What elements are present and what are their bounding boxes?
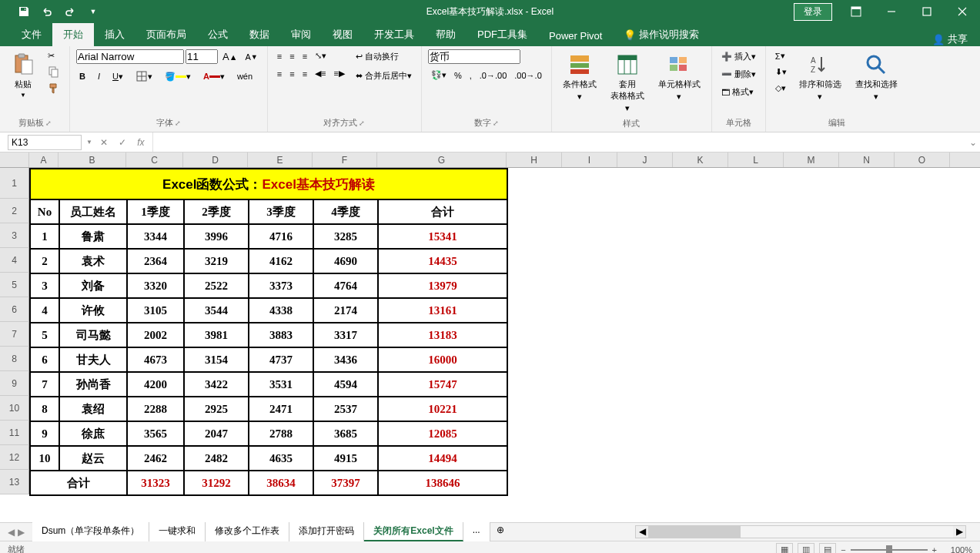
find-select-button[interactable]: 查找和选择▾ <box>851 49 902 105</box>
sheet-tab[interactable]: 修改多个工作表 <box>206 522 289 541</box>
col-header[interactable]: A <box>29 152 59 167</box>
tab-data[interactable]: 数据 <box>239 23 280 46</box>
login-button[interactable]: 登录 <box>794 3 832 21</box>
italic-button[interactable]: I <box>95 70 103 82</box>
row-header[interactable]: 1 <box>0 168 29 199</box>
horizontal-scrollbar[interactable]: ◀ ▶ <box>635 525 966 538</box>
dec-decimal-button[interactable]: .00→.0 <box>511 69 544 82</box>
align-top-button[interactable]: ≡ <box>274 50 285 62</box>
col-header[interactable]: I <box>562 152 617 167</box>
tab-pdf[interactable]: PDF工具集 <box>467 23 538 46</box>
scroll-right-icon[interactable]: ▶ <box>953 526 965 538</box>
qat-customize-icon[interactable]: ▼ <box>83 3 103 20</box>
align-left-button[interactable]: ≡ <box>274 68 285 80</box>
shrink-font-button[interactable]: A▼ <box>242 51 260 63</box>
col-header[interactable]: G <box>377 152 507 167</box>
inc-decimal-button[interactable]: .0→.00 <box>477 69 510 82</box>
col-header[interactable]: K <box>673 152 728 167</box>
col-header[interactable]: L <box>728 152 784 167</box>
conditional-format-button[interactable]: 条件格式▾ <box>558 49 601 105</box>
tab-layout[interactable]: 页面布局 <box>135 23 197 46</box>
row-header[interactable]: 6 <box>0 297 29 322</box>
zoom-slider[interactable] <box>851 549 928 551</box>
format-painter-button[interactable] <box>45 81 63 96</box>
wrap-text-button[interactable]: ↩ 自动换行 <box>353 49 415 64</box>
orientation-button[interactable]: ⤡▾ <box>312 49 329 62</box>
col-header[interactable]: O <box>895 152 950 167</box>
row-header[interactable]: 13 <box>0 470 29 494</box>
normal-view-icon[interactable]: ▦ <box>776 543 793 554</box>
share-button[interactable]: 👤共享 <box>932 32 968 46</box>
row-header[interactable]: 2 <box>0 199 29 223</box>
tab-tell[interactable]: 💡操作说明搜索 <box>613 23 710 46</box>
sheet-tab[interactable]: 一键求和 <box>149 522 206 541</box>
row-header[interactable]: 8 <box>0 347 29 371</box>
formula-expand-icon[interactable]: ⌄ <box>966 137 980 148</box>
copy-button[interactable] <box>45 64 63 79</box>
maximize-icon[interactable] <box>909 0 945 23</box>
indent-dec-button[interactable]: ◀≡ <box>312 67 329 80</box>
tab-pivot[interactable]: Power Pivot <box>538 25 613 46</box>
row-header[interactable]: 12 <box>0 445 29 470</box>
align-right-button[interactable]: ≡ <box>299 68 310 80</box>
ribbon-options-icon[interactable] <box>838 0 874 23</box>
col-header[interactable]: J <box>617 152 673 167</box>
tab-file[interactable]: 文件 <box>11 23 52 46</box>
table-format-button[interactable]: 套用 表格格式▾ <box>606 49 649 116</box>
tab-help[interactable]: 帮助 <box>425 23 467 46</box>
redo-icon[interactable] <box>60 3 80 20</box>
row-header[interactable]: 10 <box>0 396 29 421</box>
insert-cells-button[interactable]: ➕ 插入▾ <box>718 49 759 64</box>
clear-button[interactable]: ◇▾ <box>772 82 790 95</box>
save-icon[interactable] <box>14 3 34 20</box>
number-format-select[interactable] <box>428 49 520 64</box>
page-break-view-icon[interactable]: ▤ <box>819 543 836 554</box>
col-header[interactable]: D <box>183 152 248 167</box>
cells[interactable]: Excel函数公式：Excel基本技巧解读No员工姓名1季度2季度3季度4季度合… <box>29 168 508 496</box>
sheet-tab[interactable]: Dsum（单字段单条件） <box>32 522 149 541</box>
scroll-thumb[interactable] <box>648 526 741 538</box>
accounting-button[interactable]: 💱▾ <box>428 69 450 82</box>
grow-font-button[interactable]: A▲ <box>219 49 240 64</box>
row-header[interactable]: 9 <box>0 371 29 396</box>
sheet-nav-prev-icon[interactable]: ◀ <box>8 527 15 538</box>
phonetic-button[interactable]: wén <box>234 70 256 82</box>
font-size-select[interactable] <box>186 49 218 64</box>
zoom-value[interactable]: 100% <box>942 545 972 554</box>
fill-button[interactable]: ⬇▾ <box>772 65 790 79</box>
minimize-icon[interactable] <box>874 0 909 23</box>
indent-inc-button[interactable]: ≡▶ <box>330 67 347 80</box>
sort-filter-button[interactable]: AZ排序和筛选▾ <box>794 49 846 105</box>
bold-button[interactable]: B <box>76 70 89 82</box>
font-color-button[interactable]: A▾ <box>200 70 228 83</box>
select-all-corner[interactable] <box>0 152 29 167</box>
border-button[interactable]: ▾ <box>132 69 156 84</box>
cancel-formula-icon[interactable]: ✕ <box>97 137 111 148</box>
align-bottom-button[interactable]: ≡ <box>299 50 310 62</box>
formula-input[interactable] <box>153 135 966 150</box>
enter-formula-icon[interactable]: ✓ <box>115 137 129 148</box>
row-header[interactable]: 3 <box>0 223 29 248</box>
percent-button[interactable]: % <box>451 69 465 82</box>
col-header[interactable]: E <box>248 152 313 167</box>
name-box[interactable] <box>8 135 82 150</box>
col-header[interactable]: H <box>507 152 562 167</box>
merge-center-button[interactable]: ⬌ 合并后居中▾ <box>353 69 415 83</box>
align-launcher-icon[interactable]: ⤢ <box>359 119 365 127</box>
row-header[interactable]: 11 <box>0 421 29 445</box>
col-header[interactable]: F <box>313 152 377 167</box>
comma-button[interactable]: , <box>467 69 475 82</box>
clipboard-launcher-icon[interactable]: ⤢ <box>45 119 52 127</box>
col-header[interactable]: N <box>839 152 895 167</box>
zoom-out-icon[interactable]: − <box>841 545 845 554</box>
font-launcher-icon[interactable]: ⤢ <box>175 119 181 127</box>
row-header[interactable]: 7 <box>0 322 29 347</box>
tab-insert[interactable]: 插入 <box>94 23 135 46</box>
align-middle-button[interactable]: ≡ <box>286 50 297 62</box>
delete-cells-button[interactable]: ➖ 删除▾ <box>718 67 759 82</box>
format-cells-button[interactable]: 🗔 格式▾ <box>718 85 757 99</box>
row-header[interactable]: 4 <box>0 248 29 273</box>
scroll-left-icon[interactable]: ◀ <box>636 526 648 538</box>
tab-dev[interactable]: 开发工具 <box>363 23 425 46</box>
sheet-tab[interactable]: 关闭所有Excel文件 <box>364 522 463 541</box>
